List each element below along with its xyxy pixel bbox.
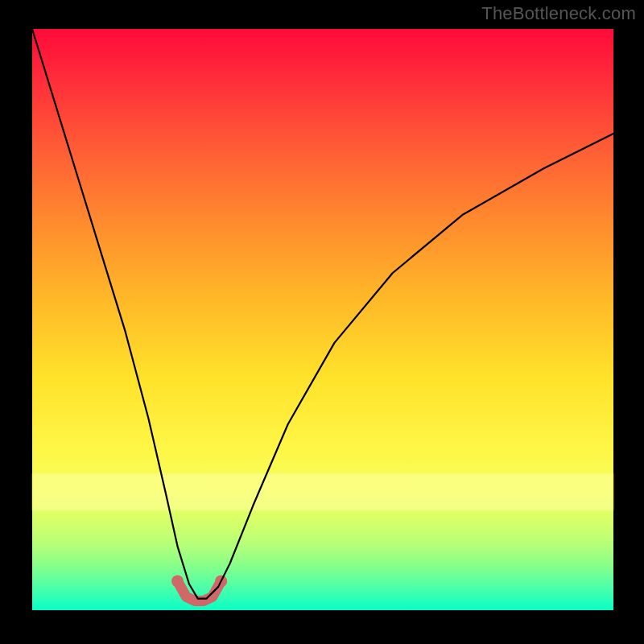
chart-svg — [32, 29, 613, 610]
outer-frame: TheBottleneck.com — [0, 0, 644, 644]
bottleneck-curve — [32, 29, 613, 599]
watermark-text: TheBottleneck.com — [481, 3, 636, 24]
plot-area — [32, 29, 613, 610]
optimal-zone-dot-left — [171, 575, 184, 587]
